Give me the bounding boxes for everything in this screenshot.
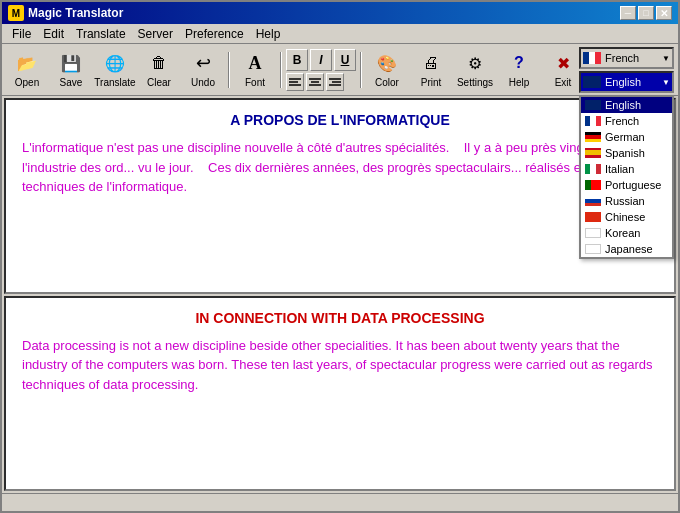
target-language-label: English	[605, 76, 641, 88]
toolbar-separator-1	[228, 52, 230, 88]
window-title: Magic Translator	[28, 6, 123, 20]
font-button[interactable]: Font	[234, 48, 276, 92]
lang-option-japanese[interactable]: Japanese	[581, 241, 672, 257]
settings-button[interactable]: Settings	[454, 48, 496, 92]
source-panel-body: L'informatique n'est pas une discipline …	[22, 138, 658, 197]
print-button[interactable]: Print	[410, 48, 452, 92]
spanish-flag-icon	[585, 148, 601, 158]
english-label: English	[605, 99, 641, 111]
chinese-label: Chinese	[605, 211, 645, 223]
source-panel-title: A PROPOS DE L'INFORMATIQUE	[22, 112, 658, 128]
undo-icon	[191, 51, 215, 75]
toolbar: Open Save Translate Clear Undo Font	[2, 44, 678, 96]
settings-icon	[463, 51, 487, 75]
content-area: A PROPOS DE L'INFORMATIQUE L'informatiqu…	[2, 96, 678, 493]
source-text-panel[interactable]: A PROPOS DE L'INFORMATIQUE L'informatiqu…	[4, 98, 676, 294]
italian-flag-icon	[585, 164, 601, 174]
print-icon	[419, 51, 443, 75]
source-language-selector[interactable]: French ▼	[579, 47, 674, 69]
japanese-flag-icon	[585, 244, 601, 254]
lang-option-korean[interactable]: Korean	[581, 225, 672, 241]
lang-option-english[interactable]: English	[581, 97, 672, 113]
minimize-button[interactable]: ─	[620, 6, 636, 20]
exit-button[interactable]: Exit	[542, 48, 584, 92]
toolbar-separator-3	[360, 52, 362, 88]
color-label: Color	[375, 77, 399, 88]
spanish-label: Spanish	[605, 147, 645, 159]
lang-option-portuguese[interactable]: Portuguese	[581, 177, 672, 193]
help-button[interactable]: Help	[498, 48, 540, 92]
english-flag-icon	[585, 100, 601, 110]
clear-label: Clear	[147, 77, 171, 88]
lang-option-french[interactable]: French	[581, 113, 672, 129]
menu-translate[interactable]: Translate	[70, 26, 132, 42]
lang-option-german[interactable]: German	[581, 129, 672, 145]
app-icon: M	[8, 5, 24, 21]
menu-file[interactable]: File	[6, 26, 37, 42]
save-button[interactable]: Save	[50, 48, 92, 92]
lang-option-russian[interactable]: Russian	[581, 193, 672, 209]
font-icon	[243, 51, 267, 75]
clear-button[interactable]: Clear	[138, 48, 180, 92]
menu-bar: File Edit Translate Server Preference He…	[2, 24, 678, 44]
align-left-button[interactable]	[286, 73, 304, 91]
clear-icon	[147, 51, 171, 75]
exit-icon	[551, 51, 575, 75]
source-chevron-icon: ▼	[662, 54, 670, 63]
open-button[interactable]: Open	[6, 48, 48, 92]
settings-label: Settings	[457, 77, 493, 88]
maximize-button[interactable]: □	[638, 6, 654, 20]
underline-button[interactable]: U	[334, 49, 356, 71]
menu-help[interactable]: Help	[250, 26, 287, 42]
save-icon	[59, 51, 83, 75]
french-flag-icon	[585, 116, 601, 126]
open-label: Open	[15, 77, 39, 88]
italian-label: Italian	[605, 163, 634, 175]
target-chevron-icon: ▼	[662, 78, 670, 87]
lang-option-spanish[interactable]: Spanish	[581, 145, 672, 161]
translate-button[interactable]: Translate	[94, 48, 136, 92]
german-label: German	[605, 131, 645, 143]
align-right-button[interactable]	[326, 73, 344, 91]
title-bar-controls: ─ □ ✕	[620, 6, 672, 20]
chinese-flag-icon	[585, 212, 601, 222]
portuguese-label: Portuguese	[605, 179, 661, 191]
target-text-panel[interactable]: IN CONNECTION WITH DATA PROCESSING Data …	[4, 296, 676, 492]
korean-label: Korean	[605, 227, 640, 239]
italic-button[interactable]: I	[310, 49, 332, 71]
language-dropdown: English French German Spanish Italian	[579, 95, 674, 259]
print-label: Print	[421, 77, 442, 88]
target-panel-body: Data processing is not a new discipline …	[22, 336, 658, 395]
title-bar-left: M Magic Translator	[8, 5, 123, 21]
save-label: Save	[60, 77, 83, 88]
bold-button[interactable]: B	[286, 49, 308, 71]
help-icon	[507, 51, 531, 75]
color-button[interactable]: Color	[366, 48, 408, 92]
portuguese-flag-icon	[585, 180, 601, 190]
russian-label: Russian	[605, 195, 645, 207]
status-bar	[2, 493, 678, 511]
target-panel-title: IN CONNECTION WITH DATA PROCESSING	[22, 310, 658, 326]
menu-server[interactable]: Server	[132, 26, 179, 42]
menu-edit[interactable]: Edit	[37, 26, 70, 42]
open-icon	[15, 51, 39, 75]
russian-flag-icon	[585, 196, 601, 206]
japanese-label: Japanese	[605, 243, 653, 255]
french-label: French	[605, 115, 639, 127]
align-center-button[interactable]	[306, 73, 324, 91]
main-window: M Magic Translator ─ □ ✕ File Edit Trans…	[0, 0, 680, 513]
undo-button[interactable]: Undo	[182, 48, 224, 92]
format-buttons: B I U	[286, 48, 356, 92]
translate-icon	[103, 51, 127, 75]
color-icon	[375, 51, 399, 75]
lang-option-italian[interactable]: Italian	[581, 161, 672, 177]
source-language-label: French	[605, 52, 639, 64]
target-language-selector[interactable]: English ▼	[579, 71, 674, 93]
language-selector-area: French ▼ English ▼ English French	[579, 47, 674, 93]
menu-preference[interactable]: Preference	[179, 26, 250, 42]
close-button[interactable]: ✕	[656, 6, 672, 20]
source-flag-icon	[583, 52, 601, 64]
lang-option-chinese[interactable]: Chinese	[581, 209, 672, 225]
toolbar-separator-2	[280, 52, 282, 88]
undo-label: Undo	[191, 77, 215, 88]
